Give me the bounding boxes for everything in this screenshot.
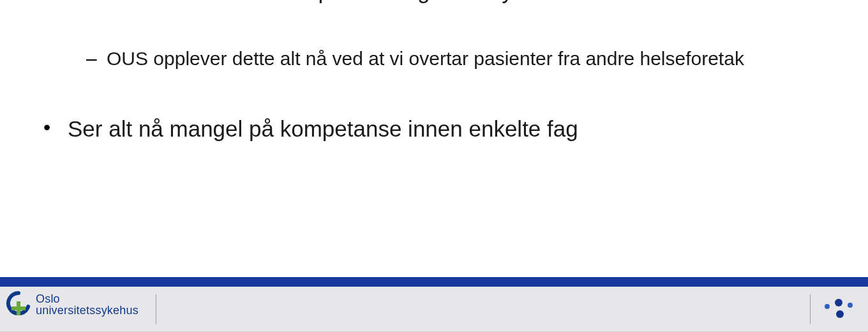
dot-icon	[835, 299, 842, 306]
footer-divider-right	[810, 294, 811, 324]
dot-icon	[836, 310, 844, 318]
cutoff-bullet-wrap: en sentraliserende effekt på utviklingen…	[0, 0, 868, 38]
bullet-item-1: en sentraliserende effekt på utviklingen…	[45, 0, 830, 6]
dot-icon	[825, 304, 830, 309]
sub-bullet-item-1: OUS opplever dette alt nå ved at vi over…	[86, 46, 817, 72]
footer-divider-left	[156, 294, 156, 324]
dot-icon	[848, 303, 853, 308]
footer-dots-icon	[822, 298, 858, 321]
bullet-item-2-text: Ser alt nå mangel på kompetanse innen en…	[45, 114, 830, 144]
bullet-item-1-text: en sentraliserende effekt på utviklingen…	[45, 0, 830, 6]
footer-accent-bar	[0, 277, 868, 287]
svg-rect-1	[11, 306, 26, 310]
footer-logo: Oslo universitetssykehus	[5, 291, 138, 318]
footer-logo-line2: universitetssykehus	[36, 305, 138, 316]
bullet-item-2: Ser alt nå mangel på kompetanse innen en…	[45, 114, 830, 144]
footer-logo-line1: Oslo	[36, 293, 138, 305]
slide-footer: Oslo universitetssykehus	[0, 277, 868, 332]
sub-bullet-item-1-text: OUS opplever dette alt nå ved at vi over…	[86, 46, 817, 72]
slide-body: en sentraliserende effekt på utviklingen…	[0, 0, 868, 278]
ous-logo-icon	[5, 291, 32, 318]
footer-logo-text: Oslo universitetssykehus	[36, 293, 138, 316]
